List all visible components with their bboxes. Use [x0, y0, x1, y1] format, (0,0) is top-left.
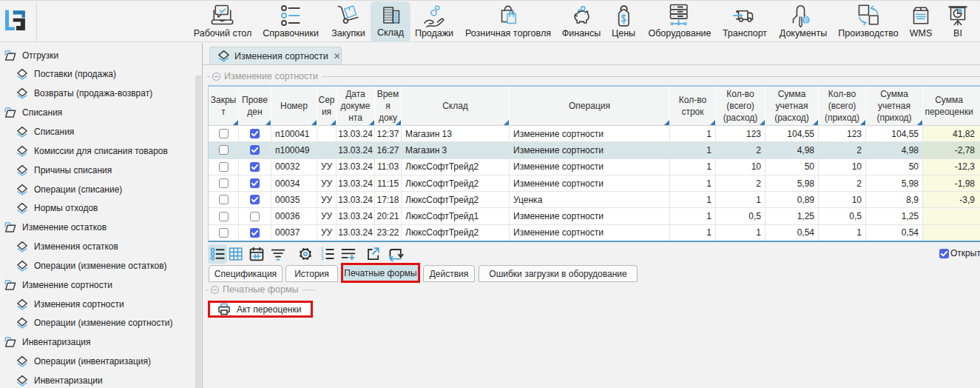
svg-text:3: 3 — [321, 255, 324, 261]
